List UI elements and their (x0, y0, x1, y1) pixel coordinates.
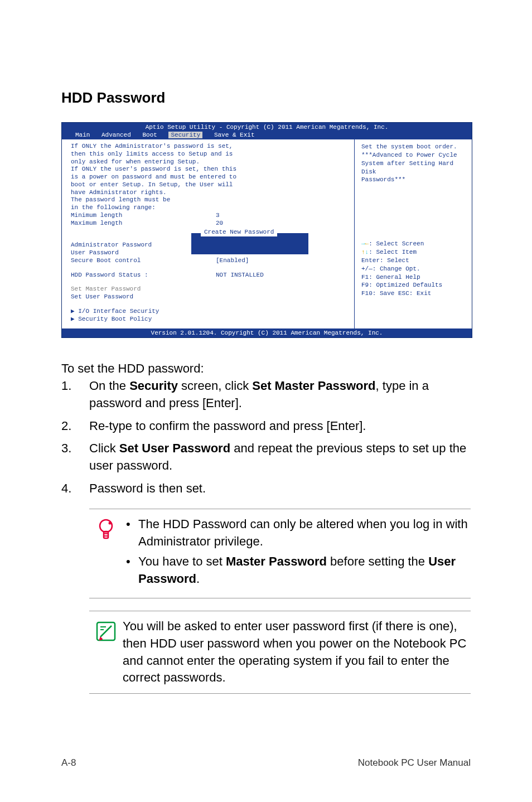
bios-intro-7: The password length must be (71, 196, 345, 204)
step-body-1: On the Security screen, click Set Master… (89, 378, 471, 412)
bios-footer: Version 2.01.1204. Copyright (C) 2011 Am… (62, 328, 472, 337)
callout-note: You will be asked to enter user password… (89, 611, 471, 694)
bios-help-1: ***Advanced to Power Cycle (361, 151, 465, 160)
step-number-2: 2. (61, 418, 89, 435)
note-icon (89, 618, 123, 687)
bios-nav-select-screen: →←: Select Screen (361, 240, 465, 248)
step-body-2: Re-type to confirm the password and pres… (89, 418, 471, 435)
bios-tab-main: Main (75, 132, 90, 138)
bios-create-password-dialog: Create New Password (191, 233, 308, 254)
bios-tab-advanced: Advanced (101, 132, 131, 138)
callout-important: • The HDD Password can only be altered w… (89, 509, 471, 598)
bullet-icon: • (123, 553, 138, 588)
bios-nav-enter: Enter: Select (361, 257, 465, 265)
bios-intro-2: only asked for when entering Setup. (71, 158, 345, 166)
svg-point-1 (109, 521, 112, 524)
bullet-icon: • (123, 516, 138, 550)
bios-right-pane: Set the system boot order. ***Advanced t… (355, 139, 472, 328)
page-footer: A-8 Notebook PC User Manual (61, 757, 471, 769)
step-number-4: 4. (61, 480, 89, 497)
svg-point-0 (100, 520, 112, 532)
bios-screenshot: Aptio Setup Utility - Copyright (C) 2011… (61, 122, 472, 338)
page-title: HDD Password (61, 89, 471, 107)
bios-help-0: Set the system boot order. (361, 143, 465, 151)
bios-intro-8: in the following range: (71, 204, 345, 212)
bios-tab-security: Security (168, 132, 202, 138)
bios-nav-f9: F9: Optimized Defaults (361, 281, 465, 289)
lightbulb-icon (89, 516, 123, 591)
bios-tab-save-exit: Save & Exit (214, 132, 255, 138)
bios-hdd-status-value: NOT INSTALLED (216, 272, 264, 279)
bios-hdd-status-label: HDD Password Status : (71, 272, 216, 279)
bios-intro-3: If ONLY the user's password is set, then… (71, 166, 345, 173)
bios-help-3: Passwords*** (361, 176, 465, 184)
bios-intro-5: boot or enter Setup. In Setup, the User … (71, 181, 345, 189)
step-body-3: Click Set User Password and repeat the p… (89, 440, 471, 475)
bios-nav-change-opt: +/—: Change Opt. (361, 265, 465, 273)
bios-min-length-value: 3 (216, 212, 220, 220)
bios-intro-0: If ONLY the Administrator's password is … (71, 143, 345, 151)
bios-nav-f10: F10: Save ESC: Exit (361, 289, 465, 298)
bios-left-pane: If ONLY the Administrator's password is … (62, 139, 355, 328)
bios-secure-boot-value: [Enabled] (216, 257, 249, 265)
footer-manual-title: Notebook PC User Manual (358, 757, 471, 769)
bios-intro-4: is a power on password and must be enter… (71, 173, 345, 181)
bios-set-master-password: Set Master Password (71, 286, 345, 293)
bios-help-2: System after Setting Hard Disk (361, 160, 465, 176)
bios-min-length-label: Minimum length (71, 212, 216, 220)
bios-create-password-title: Create New Password (201, 229, 277, 236)
bios-max-length-value: 20 (216, 220, 223, 228)
bios-max-length-label: Maximum length (71, 220, 216, 228)
bios-nav-select-item: ↑↓: Select Item (361, 248, 465, 257)
bios-intro-6: have Administrator rights. (71, 189, 345, 197)
bios-header: Aptio Setup Utility - Copyright (C) 2011… (62, 123, 472, 132)
step-number-1: 1. (61, 378, 89, 412)
step-number-3: 3. (61, 440, 89, 475)
bios-tab-boot: Boot (142, 132, 157, 138)
bios-tab-bar: Main Advanced Boot Security Save & Exit (62, 132, 472, 139)
intro-text: To set the HDD password: (61, 360, 471, 378)
bios-io-interface-security: ▶ I/O Interface Security (71, 308, 345, 316)
callout2-text: You will be asked to enter user password… (123, 618, 471, 687)
bios-intro-1: then this only limits access to Setup an… (71, 151, 345, 158)
bios-security-boot-policy: ▶ Security Boot Policy (71, 316, 345, 323)
bios-nav-f1: F1: General Help (361, 273, 465, 282)
step-body-4: Password is then set. (89, 480, 471, 497)
callout1-bullet1: The HDD Password can only be altered whe… (138, 516, 471, 550)
callout1-bullet2: You have to set Master Password before s… (138, 553, 471, 588)
bios-secure-boot-label: Secure Boot control (71, 257, 216, 265)
bios-set-user-password: Set User Password (71, 293, 345, 301)
footer-page-number: A-8 (61, 757, 76, 769)
